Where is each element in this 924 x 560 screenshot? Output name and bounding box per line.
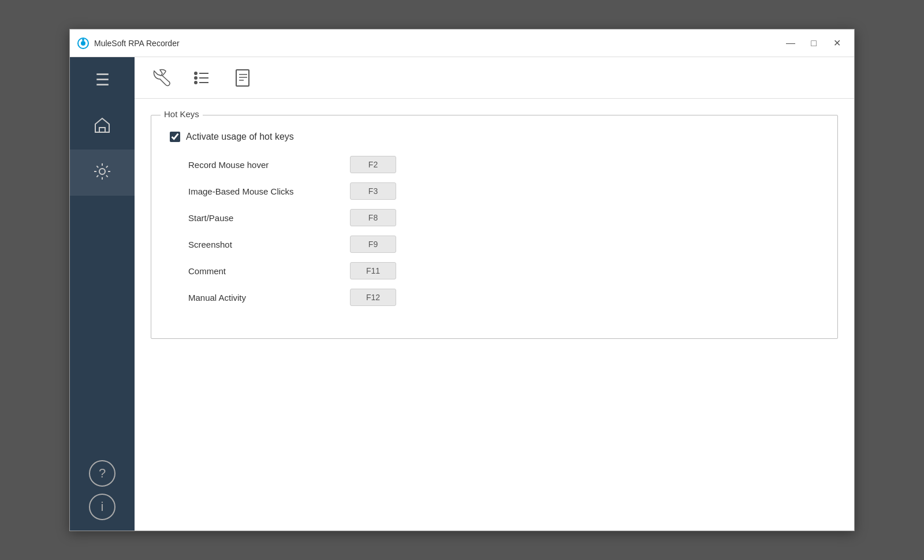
hotkey-row: Start/PauseF8: [170, 209, 819, 226]
sidebar-item-home[interactable]: [70, 103, 135, 150]
main-area: Hot Keys Activate usage of hot keys Reco…: [135, 57, 854, 531]
svg-point-1: [81, 41, 85, 46]
svg-point-7: [195, 81, 197, 84]
hotkey-rows-container: Record Mouse hoverF2Image-Based Mouse Cl…: [170, 156, 819, 306]
hotkey-badge: F12: [350, 289, 396, 306]
window-controls: — □ ✕: [780, 34, 847, 53]
hotkey-row: Record Mouse hoverF2: [170, 156, 819, 173]
minimize-button[interactable]: —: [780, 34, 801, 53]
app-logo-icon: [77, 37, 90, 50]
hotkeys-legend: Hot Keys: [161, 109, 203, 119]
svg-point-6: [195, 77, 197, 79]
document-icon: [233, 68, 254, 88]
svg-point-5: [195, 72, 197, 74]
wrench-button[interactable]: [146, 64, 174, 92]
list-button[interactable]: [188, 64, 215, 92]
hotkeys-group: Hot Keys Activate usage of hot keys Reco…: [151, 115, 838, 339]
info-icon: i: [101, 499, 104, 514]
hotkey-badge: F2: [350, 156, 396, 173]
svg-rect-11: [236, 70, 249, 86]
hamburger-icon: ☰: [95, 72, 110, 88]
svg-point-4: [99, 169, 105, 174]
maximize-button[interactable]: □: [803, 34, 824, 53]
hotkey-name: Comment: [188, 266, 350, 276]
sidebar-bottom: ? i: [70, 457, 135, 531]
hotkey-badge: F11: [350, 262, 396, 279]
settings-icon: [93, 162, 111, 184]
hotkey-badge: F8: [350, 209, 396, 226]
hotkey-name: Start/Pause: [188, 213, 350, 223]
toolbar: [135, 57, 854, 99]
hotkey-badge: F9: [350, 236, 396, 253]
home-icon: [93, 116, 111, 137]
sidebar-item-help[interactable]: ?: [89, 460, 116, 487]
hotkey-name: Screenshot: [188, 240, 350, 249]
close-button[interactable]: ✕: [826, 34, 847, 53]
hotkey-row: Image-Based Mouse ClicksF3: [170, 182, 819, 200]
list-icon: [191, 68, 212, 88]
hotkey-name: Image-Based Mouse Clicks: [188, 186, 350, 196]
wrench-icon: [150, 68, 170, 88]
activate-row: Activate usage of hot keys: [170, 132, 819, 142]
hotkey-row: Manual ActivityF12: [170, 289, 819, 306]
hotkey-badge: F3: [350, 182, 396, 200]
svg-rect-3: [99, 128, 105, 132]
title-bar-text: MuleSoft RPA Recorder: [94, 39, 780, 48]
app-body: ☰: [70, 57, 854, 531]
activate-checkbox[interactable]: [170, 132, 180, 142]
sidebar-item-info[interactable]: i: [89, 494, 116, 520]
sidebar-item-settings[interactable]: [70, 150, 135, 196]
hotkey-name: Manual Activity: [188, 293, 350, 303]
hotkey-row: CommentF11: [170, 262, 819, 279]
sidebar-item-menu[interactable]: ☰: [70, 57, 135, 103]
title-bar: MuleSoft RPA Recorder — □ ✕: [70, 29, 854, 57]
activate-label: Activate usage of hot keys: [186, 132, 294, 142]
sidebar: ☰: [70, 57, 135, 531]
document-button[interactable]: [229, 64, 257, 92]
hotkey-name: Record Mouse hover: [188, 160, 350, 170]
content-area: Hot Keys Activate usage of hot keys Reco…: [135, 99, 854, 531]
app-window: MuleSoft RPA Recorder — □ ✕ ☰: [69, 29, 855, 531]
question-icon: ?: [99, 466, 106, 481]
svg-point-2: [82, 39, 84, 41]
hotkey-row: ScreenshotF9: [170, 236, 819, 253]
